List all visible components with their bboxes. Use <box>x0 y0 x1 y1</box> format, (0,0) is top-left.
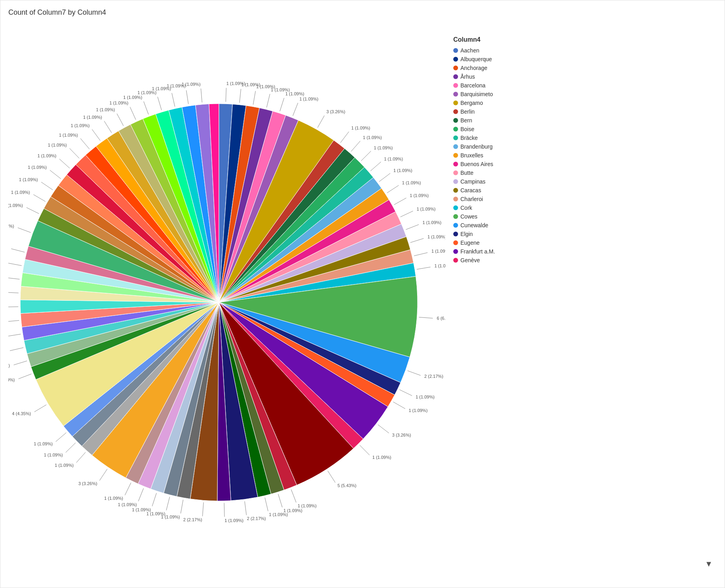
legend-item-label: Brandenburg <box>460 143 493 150</box>
legend-color-dot <box>453 118 458 123</box>
svg-line-48 <box>8 292 19 293</box>
pie-label: 1 (1.09%) <box>417 206 436 211</box>
pie-label: 1 (1.09%) <box>423 220 442 225</box>
legend-item: Buenos Aires <box>453 161 717 167</box>
legend-item-label: Barcelona <box>460 82 485 89</box>
svg-line-27 <box>278 494 282 507</box>
legend-item-label: Cunewalde <box>460 222 488 228</box>
legend-item-label: Frankfurt a.M. <box>460 248 495 255</box>
legend-item-label: Berlin <box>460 108 475 115</box>
svg-line-20 <box>408 371 421 375</box>
legend-item: Anchorage <box>453 65 717 71</box>
pie-label: 1 (1.09%) <box>28 165 47 170</box>
pie-label: 1 (1.09%) <box>96 107 115 112</box>
svg-line-3 <box>267 94 270 107</box>
legend-item-label: Barquisimeto <box>460 91 493 97</box>
svg-line-60 <box>92 129 101 140</box>
svg-line-45 <box>8 334 21 336</box>
pie-label: 1 (1.09%) <box>298 503 317 508</box>
legend-color-dot <box>453 162 458 166</box>
svg-line-55 <box>41 182 53 190</box>
pie-label: 1 (1.09%) <box>431 249 445 253</box>
svg-line-57 <box>59 159 70 168</box>
pie-label: 2 (2.17%) <box>183 517 202 522</box>
svg-line-35 <box>138 488 143 501</box>
pie-label: 1 (1.09%) <box>363 135 382 140</box>
legend-color-dot <box>453 144 458 149</box>
legend-item: Genève <box>453 257 717 263</box>
pie-label: 3 (3.26%) <box>326 109 345 114</box>
svg-line-14 <box>400 211 413 217</box>
legend-item-label: Eugene <box>460 240 479 246</box>
svg-line-39 <box>66 443 75 452</box>
svg-line-9 <box>361 151 371 161</box>
svg-line-32 <box>181 499 183 513</box>
svg-line-38 <box>76 452 85 462</box>
pie-label: 1 (1.09%) <box>269 512 288 517</box>
legend-color-dot <box>453 197 458 201</box>
svg-line-4 <box>280 98 284 111</box>
svg-line-41 <box>35 404 46 412</box>
legend-color-dot <box>453 66 458 70</box>
legend-color-dot <box>453 188 458 193</box>
legend-item-label: Albuquerque <box>460 56 492 62</box>
pie-label: 1 (1.09%) <box>44 452 63 457</box>
legend-title: Column4 <box>453 36 717 43</box>
legend-item-label: Bergamo <box>460 100 483 106</box>
legend-item: Cowes <box>453 213 717 220</box>
pie-label: 2 (2.17%) <box>8 223 14 228</box>
pie-label: 1 (1.09%) <box>351 126 370 130</box>
pie-label: 1 (1.09%) <box>8 203 23 207</box>
svg-line-18 <box>417 267 431 269</box>
legend-item-label: Århus <box>460 74 475 80</box>
scroll-down-arrow[interactable]: ▼ <box>453 559 717 569</box>
svg-line-8 <box>351 141 360 151</box>
svg-line-37 <box>99 469 107 480</box>
legend-color-dot <box>453 249 458 254</box>
legend-color-dot <box>453 48 458 53</box>
legend-item-label: Elgin <box>460 231 473 237</box>
legend-item: Bräcke <box>453 135 717 141</box>
legend-color-dot <box>453 240 458 245</box>
legend-item-label: Aachen <box>460 47 479 54</box>
legend-color-dot <box>453 83 458 88</box>
legend-color-dot <box>453 258 458 263</box>
pie-label: 1 (1.09%) <box>37 153 56 158</box>
legend-item-label: Campinas <box>460 178 485 185</box>
pie-label: 1 (1.09%) <box>8 363 10 368</box>
svg-line-49 <box>8 277 19 279</box>
legend-item: Campinas <box>453 178 717 185</box>
legend-color-dot <box>453 214 458 219</box>
svg-line-30 <box>224 503 224 516</box>
legend-item: Bern <box>453 117 717 124</box>
legend-item: Cork <box>453 205 717 211</box>
legend-item-label: Bruxelles <box>460 152 483 159</box>
svg-line-61 <box>104 121 112 133</box>
svg-line-42 <box>19 374 32 379</box>
svg-line-47 <box>8 306 18 307</box>
svg-line-1 <box>240 89 241 103</box>
svg-line-16 <box>410 238 423 242</box>
pie-label: 1 (1.09%) <box>34 441 53 446</box>
pie-label: 1 (1.09%) <box>372 455 391 460</box>
svg-line-25 <box>328 471 335 482</box>
svg-line-52 <box>18 228 31 232</box>
legend-item-label: Anchorage <box>460 65 487 71</box>
svg-line-22 <box>393 402 405 408</box>
svg-line-24 <box>360 445 370 455</box>
svg-line-33 <box>166 497 170 510</box>
svg-line-28 <box>265 497 268 511</box>
legend-item: Bergamo <box>453 100 717 106</box>
pie-label: 1 (1.09%) <box>224 518 244 522</box>
legend-item: Boise <box>453 126 717 132</box>
svg-line-46 <box>8 320 19 321</box>
svg-line-54 <box>33 194 45 201</box>
pie-wrapper: 1 (1.09%)1 (1.09%)1 (1.09%)1 (1.09%)1 (1… <box>8 32 445 569</box>
svg-line-62 <box>117 113 124 126</box>
svg-line-19 <box>419 317 433 318</box>
legend-color-dot <box>453 127 458 132</box>
svg-line-51 <box>11 249 25 252</box>
pie-label: 1 (1.09%) <box>19 177 38 182</box>
legend-item: Århus <box>453 74 717 80</box>
svg-line-65 <box>158 97 162 110</box>
